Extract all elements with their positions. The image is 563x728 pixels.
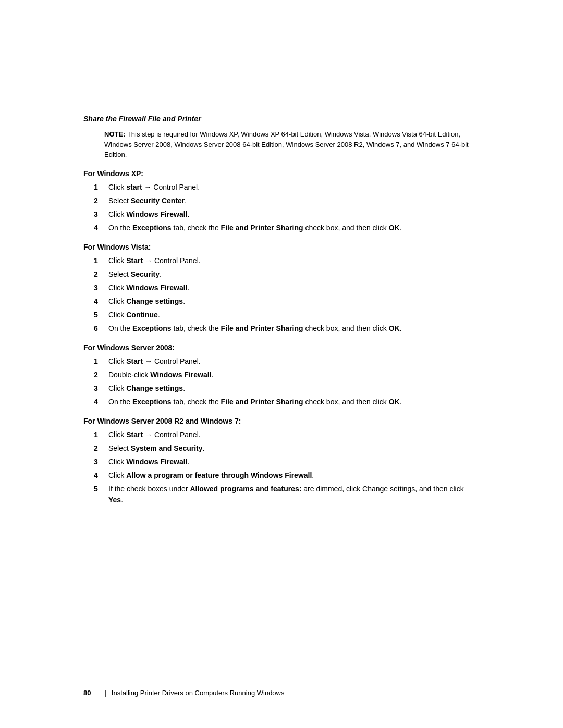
step-bold: Exceptions <box>132 324 172 332</box>
list-item: 4 On the Exceptions tab, check the File … <box>94 223 480 233</box>
step-bold: Security Center <box>131 196 185 205</box>
list-item: 3 Click Windows Firewall. <box>94 456 480 467</box>
step-num: 3 <box>94 456 98 467</box>
step-num: 5 <box>94 310 98 320</box>
step-num: 3 <box>94 383 98 394</box>
step-num: 4 <box>94 470 98 481</box>
step-num: 2 <box>94 195 98 206</box>
list-item: 4 On the Exceptions tab, check the File … <box>94 397 480 408</box>
step-num: 3 <box>94 282 98 293</box>
step-num: 2 <box>94 443 98 454</box>
list-item: 5 Click Continue. <box>94 310 480 320</box>
step-bold: File and Printer Sharing <box>221 398 303 406</box>
step-num: 4 <box>94 223 98 233</box>
step-bold: System and Security <box>131 444 203 452</box>
step-bold: Exceptions <box>132 398 172 406</box>
subsection-title-xp: For Windows XP: <box>83 169 480 178</box>
step-bold: OK <box>389 398 400 406</box>
step-bold: Start <box>126 430 143 439</box>
footer-text: Installing Printer Drivers on Computers … <box>112 689 285 697</box>
step-num: 1 <box>94 255 98 266</box>
steps-list-xp: 1 Click start → Control Panel. 2 Select … <box>94 182 480 233</box>
footer-divider: | <box>104 689 106 697</box>
subsection-title-server2008r2: For Windows Server 2008 R2 and Windows 7… <box>83 417 480 425</box>
step-num: 1 <box>94 356 98 367</box>
step-bold: Allow a program or feature through Windo… <box>126 471 312 479</box>
step-bold: Windows Firewall <box>150 371 211 379</box>
step-bold: OK <box>389 324 400 332</box>
step-num: 3 <box>94 209 98 220</box>
note-block: NOTE: This step is required for Windows … <box>104 129 480 160</box>
step-bold: Continue <box>126 311 158 319</box>
steps-list-server2008: 1 Click Start → Control Panel. 2 Double-… <box>94 356 480 408</box>
section-title: Share the Firewall File and Printer <box>83 115 480 123</box>
list-item: 2 Select Security Center. <box>94 195 480 206</box>
step-num: 1 <box>94 429 98 440</box>
step-bold: start <box>126 183 142 191</box>
list-item: 1 Click Start → Control Panel. <box>94 255 480 266</box>
list-item: 3 Click Change settings. <box>94 383 480 394</box>
step-bold: Change settings <box>126 297 183 305</box>
step-bold: File and Printer Sharing <box>221 224 303 232</box>
subsection-windows-xp: For Windows XP: 1 Click start → Control … <box>83 169 480 233</box>
step-num: 4 <box>94 296 98 307</box>
list-item: 1 Click start → Control Panel. <box>94 182 480 193</box>
step-bold: Start <box>126 357 143 365</box>
list-item: 2 Select System and Security. <box>94 443 480 454</box>
steps-list-vista: 1 Click Start → Control Panel. 2 Select … <box>94 255 480 334</box>
list-item: 4 Click Allow a program or feature throu… <box>94 470 480 481</box>
list-item: 5 If the check boxes under Allowed progr… <box>94 484 480 505</box>
step-bold: Yes <box>108 496 121 504</box>
list-item: 1 Click Start → Control Panel. <box>94 429 480 440</box>
step-num: 4 <box>94 397 98 408</box>
step-bold: Windows Firewall <box>126 283 187 292</box>
subsection-windows-server-2008r2: For Windows Server 2008 R2 and Windows 7… <box>83 417 480 505</box>
steps-list-server2008r2: 1 Click Start → Control Panel. 2 Select … <box>94 429 480 505</box>
step-num: 6 <box>94 323 98 334</box>
list-item: 3 Click Windows Firewall. <box>94 282 480 293</box>
step-num: 5 <box>94 484 98 495</box>
step-bold: Security <box>131 270 160 278</box>
list-item: 1 Click Start → Control Panel. <box>94 356 480 367</box>
step-bold: Start <box>126 256 143 265</box>
list-item: 2 Double-click Windows Firewall. <box>94 369 480 380</box>
page-number: 80 <box>83 689 91 697</box>
subsection-windows-vista: For Windows Vista: 1 Click Start → Contr… <box>83 243 480 334</box>
step-bold: Windows Firewall <box>126 458 187 466</box>
list-item: 6 On the Exceptions tab, check the File … <box>94 323 480 334</box>
page: Share the Firewall File and Printer NOTE… <box>0 0 563 728</box>
note-text: This step is required for Windows XP, Wi… <box>104 130 469 158</box>
list-item: 4 Click Change settings. <box>94 296 480 307</box>
subsection-title-server2008: For Windows Server 2008: <box>83 343 480 352</box>
step-bold: File and Printer Sharing <box>221 324 303 332</box>
list-item: 3 Click Windows Firewall. <box>94 209 480 220</box>
subsection-windows-server-2008: For Windows Server 2008: 1 Click Start →… <box>83 343 480 408</box>
step-bold: Change settings <box>126 384 183 392</box>
step-bold: Windows Firewall <box>126 210 187 218</box>
page-footer: 80 | Installing Printer Drivers on Compu… <box>83 689 480 697</box>
note-label: NOTE: <box>104 130 125 138</box>
step-num: 2 <box>94 269 98 280</box>
step-bold: OK <box>389 224 400 232</box>
step-num: 1 <box>94 182 98 193</box>
step-num: 2 <box>94 369 98 380</box>
step-bold: Exceptions <box>132 224 172 232</box>
list-item: 2 Select Security. <box>94 269 480 280</box>
step-bold: Allowed programs and features: <box>190 485 301 493</box>
subsection-title-vista: For Windows Vista: <box>83 243 480 251</box>
